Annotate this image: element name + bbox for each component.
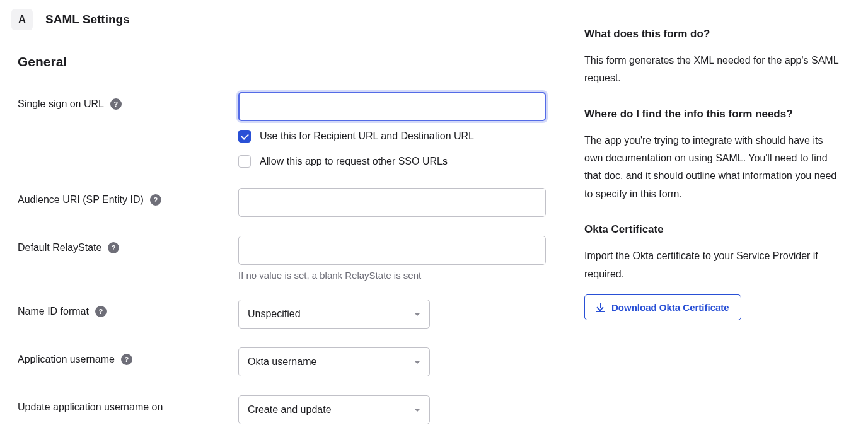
- download-icon: [596, 303, 605, 312]
- help-sidebar: What does this form do? This form genera…: [564, 0, 868, 425]
- step-badge: A: [11, 9, 33, 30]
- download-button-label: Download Okta Certificate: [611, 302, 729, 313]
- allow-other-sso-checkbox[interactable]: [238, 155, 251, 168]
- cert-heading: Okta Certificate: [584, 222, 843, 237]
- help-icon[interactable]: ?: [121, 354, 132, 365]
- page-title: SAML Settings: [45, 13, 130, 26]
- application-username-select[interactable]: Okta username: [238, 347, 430, 376]
- main-panel: A SAML Settings General Single sign on U…: [0, 0, 564, 425]
- audience-uri-input[interactable]: [238, 188, 546, 217]
- where-text: The app you're trying to integrate with …: [584, 132, 843, 204]
- default-relaystate-input[interactable]: [238, 236, 546, 265]
- audience-uri-label: Audience URI (SP Entity ID): [18, 194, 144, 206]
- chevron-down-icon: [414, 361, 420, 364]
- page-header: A SAML Settings: [11, 9, 546, 30]
- application-username-label: Application username: [18, 354, 115, 365]
- update-username-on-select[interactable]: Create and update: [238, 395, 430, 424]
- sso-url-label: Single sign on URL: [18, 98, 104, 110]
- use-recipient-destination-label: Use this for Recipient URL and Destinati…: [260, 131, 474, 142]
- application-username-selected: Okta username: [248, 356, 316, 368]
- update-username-on-label: Update application username on: [18, 402, 163, 413]
- help-icon[interactable]: ?: [150, 194, 161, 206]
- sso-url-input[interactable]: [238, 92, 546, 121]
- what-text: This form generates the XML needed for t…: [584, 52, 843, 88]
- chevron-down-icon: [414, 409, 420, 412]
- section-title-general: General: [18, 54, 546, 69]
- use-recipient-destination-checkbox[interactable]: [238, 130, 251, 143]
- help-icon[interactable]: ?: [95, 306, 107, 317]
- default-relaystate-label: Default RelayState: [18, 242, 101, 253]
- help-icon[interactable]: ?: [108, 242, 119, 253]
- name-id-format-label: Name ID format: [18, 306, 89, 317]
- where-heading: Where do I find the info this form needs…: [584, 107, 843, 122]
- relaystate-hint: If no value is set, a blank RelayState i…: [238, 270, 546, 281]
- chevron-down-icon: [414, 313, 420, 316]
- allow-other-sso-label: Allow this app to request other SSO URLs: [260, 156, 448, 167]
- cert-text: Import the Okta certificate to your Serv…: [584, 247, 843, 283]
- name-id-format-select[interactable]: Unspecified: [238, 300, 430, 329]
- name-id-format-selected: Unspecified: [248, 308, 301, 320]
- download-okta-certificate-button[interactable]: Download Okta Certificate: [584, 294, 741, 320]
- what-heading: What does this form do?: [584, 26, 843, 42]
- update-username-on-selected: Create and update: [248, 404, 332, 416]
- help-icon[interactable]: ?: [110, 98, 122, 110]
